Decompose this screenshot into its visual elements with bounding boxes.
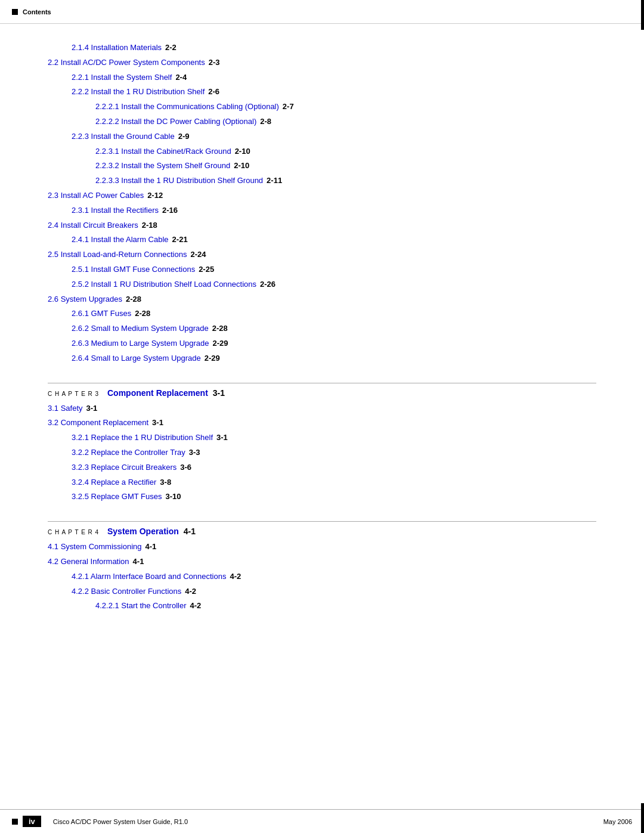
toc-page-3-2-2: 3-3 [189,447,200,459]
toc-entry-2-6-4: 2.6.4 Small to Large System Upgrade 2-29 [72,352,596,365]
toc-link-2-6-2[interactable]: 2.6.2 Small to Medium System Upgrade [72,323,209,335]
footer-left: iv Cisco AC/DC Power System User Guide, … [12,816,188,827]
toc-link-3-2-3[interactable]: 3.2.3 Replace Circuit Breakers [72,462,177,474]
toc-page-4-2: 4-1 [133,556,144,568]
main-content: 2.1.4 Installation Materials 2-2 2.2 Ins… [0,24,644,666]
chapter-4-page: 4-1 [184,527,196,536]
toc-entry-2-2-2-2: 2.2.2.2 Install the DC Power Cabling (Op… [95,116,596,128]
toc-link-3-2-4[interactable]: 3.2.4 Replace a Rectifier [72,476,156,489]
toc-entry-2-5-1: 2.5.1 Install GMT Fuse Connections 2-25 [72,264,596,276]
toc-entry-4-2: 4.2 General Information 4-1 [48,556,596,568]
footer-page-number: iv [23,816,41,827]
toc-entry-2-2-2-1: 2.2.2.1 Install the Communications Cabli… [95,101,596,113]
header-square-icon [12,9,18,15]
toc-link-4-2[interactable]: 4.2 General Information [48,556,129,568]
chapter-4-title[interactable]: System Operation [107,527,179,536]
toc-link-3-1[interactable]: 3.1 Safety [48,402,83,415]
toc-link-4-2-1[interactable]: 4.2.1 Alarm Interface Board and Connecti… [72,571,226,583]
toc-link-2-2-3[interactable]: 2.2.3 Install the Ground Cable [72,131,175,143]
toc-entry-3-1: 3.1 Safety 3-1 [48,402,596,415]
toc-page-2-1-4: 2-2 [165,42,177,54]
toc-page-2-4: 2-18 [142,219,157,232]
toc-entry-2-2-3-3: 2.2.3.3 Install the 1 RU Distribution Sh… [95,175,596,187]
toc-link-3-2-2[interactable]: 3.2.2 Replace the Controller Tray [72,447,185,459]
toc-entry-2-6-2: 2.6.2 Small to Medium System Upgrade 2-2… [72,323,596,335]
toc-link-2-5-2[interactable]: 2.5.2 Install 1 RU Distribution Shelf Lo… [72,278,256,291]
chapter-3-title[interactable]: Component Replacement [107,388,208,398]
toc-entry-3-2-3: 3.2.3 Replace Circuit Breakers 3-6 [72,462,596,474]
toc-entry-3-2-2: 3.2.2 Replace the Controller Tray 3-3 [72,447,596,459]
toc-link-4-2-2[interactable]: 4.2.2 Basic Controller Functions [72,586,181,598]
toc-link-2-5-1[interactable]: 2.5.1 Install GMT Fuse Connections [72,264,195,276]
toc-link-2-2-3-1[interactable]: 2.2.3.1 Install the Cabinet/Rack Ground [95,145,231,158]
toc-entry-2-5-2: 2.5.2 Install 1 RU Distribution Shelf Lo… [72,278,596,291]
toc-entry-4-2-2: 4.2.2 Basic Controller Functions 4-2 [72,586,596,598]
chapter-3-header: C H A P T E R 3 Component Replacement 3-… [48,383,596,398]
toc-page-3-2: 3-1 [152,417,163,429]
toc-page-2-6-2: 2-28 [212,323,228,335]
chapter-3-label: C H A P T E R 3 [48,391,101,397]
toc-entry-2-6-3: 2.6.3 Medium to Large System Upgrade 2-2… [72,337,596,350]
toc-page-2-5-2: 2-26 [260,278,275,291]
footer-doc-title: Cisco AC/DC Power System User Guide, R1.… [53,818,188,825]
chapter-4-section: C H A P T E R 4 System Operation 4-1 4.1… [48,521,596,612]
toc-link-2-2-3-3[interactable]: 2.2.3.3 Install the 1 RU Distribution Sh… [95,175,263,187]
toc-page-2-5-1: 2-25 [199,264,214,276]
toc-entry-4-1: 4.1 System Commissioning 4-1 [48,541,596,553]
toc-entry-2-3: 2.3 Install AC Power Cables 2-12 [48,190,596,202]
toc-link-2-2-2-1[interactable]: 2.2.2.1 Install the Communications Cabli… [95,101,279,113]
toc-entry-2-4: 2.4 Install Circuit Breakers 2-18 [48,219,596,232]
toc-link-2-6[interactable]: 2.6 System Upgrades [48,293,122,306]
toc-link-2-1-4[interactable]: 2.1.4 Installation Materials [72,42,162,54]
toc-link-2-6-3[interactable]: 2.6.3 Medium to Large System Upgrade [72,337,209,350]
bottom-right-bar [641,803,644,833]
toc-entry-3-2-1: 3.2.1 Replace the 1 RU Distribution Shel… [72,432,596,444]
page-container: Contents 2.1.4 Installation Materials 2-… [0,0,644,833]
toc-link-3-2[interactable]: 3.2 Component Replacement [48,417,148,429]
toc-page-4-2-1: 4-2 [230,571,241,583]
footer-square-icon [12,819,18,825]
toc-link-3-2-1[interactable]: 3.2.1 Replace the 1 RU Distribution Shel… [72,432,213,444]
chapter-3-page: 3-1 [213,388,225,398]
top-right-bar [641,0,644,30]
toc-link-3-2-5[interactable]: 3.2.5 Replace GMT Fuses [72,491,162,503]
chapter-3-section: C H A P T E R 3 Component Replacement 3-… [48,383,596,504]
toc-link-2-6-4[interactable]: 2.6.4 Small to Large System Upgrade [72,352,201,365]
toc-entry-2-3-1: 2.3.1 Install the Rectifiers 2-16 [72,205,596,217]
toc-link-2-3-1[interactable]: 2.3.1 Install the Rectifiers [72,205,159,217]
toc-page-3-2-5: 3-10 [166,491,181,503]
toc-link-2-2-1[interactable]: 2.2.1 Install the System Shelf [72,72,172,84]
toc-entry-2-1-4: 2.1.4 Installation Materials 2-2 [72,42,596,54]
toc-entry-3-2: 3.2 Component Replacement 3-1 [48,417,596,429]
toc-entry-3-2-5: 3.2.5 Replace GMT Fuses 3-10 [72,491,596,503]
toc-entry-2-2-1: 2.2.1 Install the System Shelf 2-4 [72,72,596,84]
toc-entry-2-6: 2.6 System Upgrades 2-28 [48,293,596,306]
toc-link-2-4[interactable]: 2.4 Install Circuit Breakers [48,219,138,232]
chapter-4-header: C H A P T E R 4 System Operation 4-1 [48,521,596,536]
toc-link-2-3[interactable]: 2.3 Install AC Power Cables [48,190,144,202]
toc-page-2-2-2: 2-6 [208,86,219,98]
toc-entry-2-5: 2.5 Install Load-and-Return Connections … [48,249,596,261]
toc-page-2-5: 2-24 [190,249,206,261]
toc-entry-2-4-1: 2.4.1 Install the Alarm Cable 2-21 [72,234,596,246]
toc-link-4-2-2-1[interactable]: 4.2.2.1 Start the Controller [95,600,186,612]
toc-page-2-2-3: 2-9 [178,131,190,143]
toc-entry-2-2-3: 2.2.3 Install the Ground Cable 2-9 [72,131,596,143]
toc-link-2-5[interactable]: 2.5 Install Load-and-Return Connections [48,249,187,261]
toc-entry-2-2-3-1: 2.2.3.1 Install the Cabinet/Rack Ground … [95,145,596,158]
toc-link-2-2-2[interactable]: 2.2.2 Install the 1 RU Distribution Shel… [72,86,205,98]
toc-page-2-6-4: 2-29 [205,352,220,365]
chapter-4-label: C H A P T E R 4 [48,529,101,535]
toc-page-2-2-2-2: 2-8 [260,116,271,128]
toc-link-2-4-1[interactable]: 2.4.1 Install the Alarm Cable [72,234,169,246]
toc-link-2-2-3-2[interactable]: 2.2.3.2 Install the System Shelf Ground [95,160,230,172]
toc-page-3-2-3: 3-6 [180,462,191,474]
toc-link-2-2-2-2[interactable]: 2.2.2.2 Install the DC Power Cabling (Op… [95,116,256,128]
toc-link-2-2[interactable]: 2.2 Install AC/DC Power System Component… [48,57,205,69]
toc-page-4-1: 4-1 [145,541,157,553]
toc-link-2-6-1[interactable]: 2.6.1 GMT Fuses [72,308,131,320]
toc-entry-4-2-2-1: 4.2.2.1 Start the Controller 4-2 [95,600,596,612]
page-header: Contents [0,0,644,24]
toc-page-2-2-3-3: 2-11 [267,175,282,187]
toc-link-4-1[interactable]: 4.1 System Commissioning [48,541,142,553]
